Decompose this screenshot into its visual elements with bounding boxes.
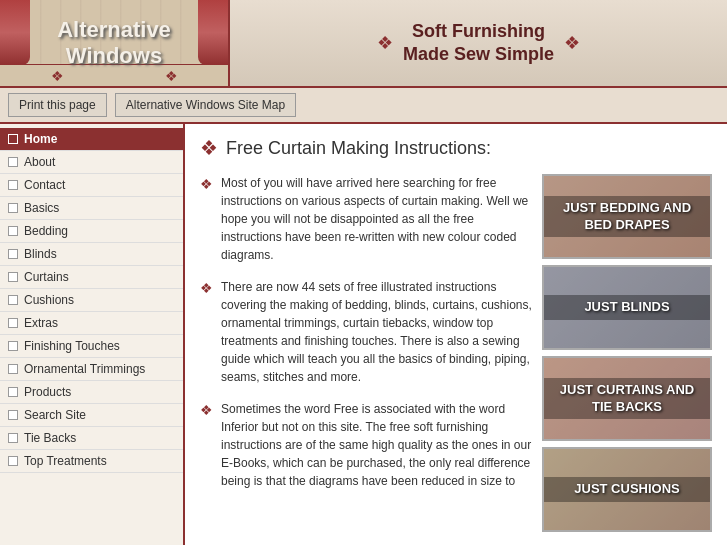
sidebar-item-label: Top Treatments [24, 454, 107, 468]
para-text-0: Most of you will have arrived here searc… [221, 174, 532, 264]
sidebar-checkbox [8, 134, 18, 144]
tagline-diamond-right: ❖ [564, 32, 580, 54]
sitemap-button[interactable]: Alternative Windows Site Map [115, 93, 296, 117]
sidebar-item-cushions[interactable]: Cushions [0, 289, 183, 312]
sidebar-item-tie-backs[interactable]: Tie Backs [0, 427, 183, 450]
book-label-bedding: JUST BEDDING AND BED DRAPES [544, 196, 710, 238]
sidebar-item-label: Contact [24, 178, 65, 192]
para-diamond-0: ❖ [200, 176, 213, 192]
sidebar-item-extras[interactable]: Extras [0, 312, 183, 335]
sidebar-item-label: Products [24, 385, 71, 399]
sidebar-item-label: Blinds [24, 247, 57, 261]
book-card-curtains[interactable]: JUST CURTAINS AND TIE BACKS [542, 356, 712, 441]
sidebar-checkbox [8, 249, 18, 259]
nav-bar: Print this page Alternative Windows Site… [0, 88, 727, 124]
content-columns: ❖Most of you will have arrived here sear… [200, 174, 712, 532]
sidebar-item-label: Basics [24, 201, 59, 215]
logo-area: Alternative Windows ❖ ❖ [0, 0, 230, 86]
sidebar-item-about[interactable]: About [0, 151, 183, 174]
book-label-blinds: JUST BLINDS [544, 295, 710, 320]
content-area: ❖ Free Curtain Making Instructions: ❖Mos… [185, 124, 727, 545]
book-card-cushions[interactable]: JUST CUSHIONS [542, 447, 712, 532]
sidebar: HomeAboutContactBasicsBeddingBlindsCurta… [0, 124, 185, 545]
para-text-2: Sometimes the word Free is associated wi… [221, 400, 532, 490]
sidebar-checkbox [8, 433, 18, 443]
sidebar-item-curtains[interactable]: Curtains [0, 266, 183, 289]
sidebar-item-label: Tie Backs [24, 431, 76, 445]
sidebar-item-finishing-touches[interactable]: Finishing Touches [0, 335, 183, 358]
sidebar-item-basics[interactable]: Basics [0, 197, 183, 220]
para-diamond-1: ❖ [200, 280, 213, 296]
sidebar-item-home[interactable]: Home [0, 128, 183, 151]
sidebar-checkbox [8, 157, 18, 167]
sidebar-item-label: Curtains [24, 270, 69, 284]
curtain-right-decoration [198, 0, 228, 65]
page-header: Alternative Windows ❖ ❖ ❖ Soft Furnishin… [0, 0, 727, 88]
sidebar-checkbox [8, 226, 18, 236]
heading-diamond: ❖ [200, 136, 218, 160]
sidebar-item-label: Finishing Touches [24, 339, 120, 353]
sidebar-item-contact[interactable]: Contact [0, 174, 183, 197]
sidebar-item-label: About [24, 155, 55, 169]
heading-text: Free Curtain Making Instructions: [226, 138, 491, 159]
sidebar-checkbox [8, 410, 18, 420]
sidebar-checkbox [8, 180, 18, 190]
sidebar-checkbox [8, 272, 18, 282]
sidebar-checkbox [8, 341, 18, 351]
sidebar-checkbox [8, 203, 18, 213]
tagline-inner: ❖ Soft Furnishing Made Sew Simple ❖ [367, 20, 590, 67]
main-layout: HomeAboutContactBasicsBeddingBlindsCurta… [0, 124, 727, 545]
paragraph-block-2: ❖Sometimes the word Free is associated w… [200, 400, 532, 490]
curtain-left-decoration [0, 0, 30, 65]
paragraph-block-0: ❖Most of you will have arrived here sear… [200, 174, 532, 264]
sidebar-item-label: Bedding [24, 224, 68, 238]
paragraph-block-1: ❖There are now 44 sets of free illustrat… [200, 278, 532, 386]
sidebar-checkbox [8, 364, 18, 374]
sidebar-item-products[interactable]: Products [0, 381, 183, 404]
sidebar-item-top-treatments[interactable]: Top Treatments [0, 450, 183, 473]
book-label-curtains: JUST CURTAINS AND TIE BACKS [544, 378, 710, 420]
sidebar-item-label: Search Site [24, 408, 86, 422]
book-label-cushions: JUST CUSHIONS [544, 477, 710, 502]
sidebar-checkbox [8, 295, 18, 305]
sidebar-item-blinds[interactable]: Blinds [0, 243, 183, 266]
tagline-line1: Soft Furnishing [412, 21, 545, 41]
print-button[interactable]: Print this page [8, 93, 107, 117]
book-card-bedding[interactable]: JUST BEDDING AND BED DRAPES [542, 174, 712, 259]
logo-line1: Alternative [57, 17, 171, 42]
sidebar-item-label: Home [24, 132, 57, 146]
logo-text: Alternative Windows [57, 17, 171, 70]
diamond-icon-left: ❖ [51, 68, 64, 84]
tagline-area: ❖ Soft Furnishing Made Sew Simple ❖ [230, 0, 727, 86]
sidebar-item-label: Extras [24, 316, 58, 330]
sidebar-item-label: Ornamental Trimmings [24, 362, 145, 376]
sidebar-checkbox [8, 456, 18, 466]
book-card-blinds[interactable]: JUST BLINDS [542, 265, 712, 350]
sidebar-item-search-site[interactable]: Search Site [0, 404, 183, 427]
sidebar-checkbox [8, 318, 18, 328]
diamond-icon-right: ❖ [165, 68, 178, 84]
tagline-text: Soft Furnishing Made Sew Simple [403, 20, 554, 67]
tagline-line2: Made Sew Simple [403, 44, 554, 64]
sidebar-item-label: Cushions [24, 293, 74, 307]
books-column: JUST BEDDING AND BED DRAPESJUST BLINDSJU… [542, 174, 712, 532]
tagline-diamond-left: ❖ [377, 32, 393, 54]
page-heading: ❖ Free Curtain Making Instructions: [200, 136, 712, 160]
para-text-1: There are now 44 sets of free illustrate… [221, 278, 532, 386]
para-diamond-2: ❖ [200, 402, 213, 418]
sidebar-item-ornamental-trimmings[interactable]: Ornamental Trimmings [0, 358, 183, 381]
sidebar-item-bedding[interactable]: Bedding [0, 220, 183, 243]
logo-line2: Windows [66, 43, 162, 68]
text-column: ❖Most of you will have arrived here sear… [200, 174, 532, 532]
sidebar-checkbox [8, 387, 18, 397]
